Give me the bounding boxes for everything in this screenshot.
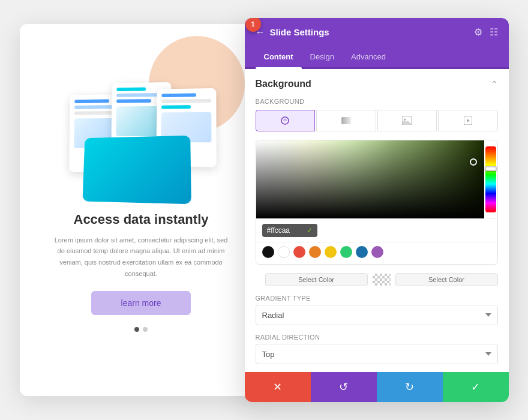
dot-1[interactable] — [134, 327, 139, 332]
svg-marker-5 — [467, 119, 470, 122]
bg-type-video[interactable] — [438, 110, 498, 131]
select-color-btn-2[interactable]: Select Color — [395, 273, 498, 286]
color-cursor[interactable] — [470, 158, 477, 166]
undo-button[interactable]: ↺ — [311, 372, 377, 402]
section-header: Background ⌃ — [256, 79, 498, 89]
bg-type-color[interactable] — [256, 110, 316, 131]
swatch-green[interactable] — [340, 246, 352, 258]
color-gradient[interactable] — [256, 140, 484, 218]
radial-direction-group: Radial Direction Top Center Bottom Left … — [256, 334, 498, 364]
cancel-button[interactable]: ✕ — [245, 372, 311, 402]
swatch-red[interactable] — [293, 246, 305, 258]
settings-panel: ← Slide Settings ⚙ ☷ Content Design Adva… — [245, 18, 509, 402]
color-picker-bottom: ✓ — [256, 218, 497, 242]
slide-body: Lorem ipsum dolor sit amet, consectetur … — [51, 235, 231, 280]
hue-thumb — [485, 166, 497, 171]
gradient-type-group: Gradient Type Radial Linear Conic — [256, 295, 498, 325]
tablet-base — [82, 135, 191, 203]
tab-advanced[interactable]: Advanced — [343, 46, 394, 67]
color-icon — [280, 116, 290, 125]
gradient-stop-row: 1 Select Color Select Color — [256, 273, 498, 286]
panel-title: Slide Settings — [270, 27, 329, 37]
grid-icon[interactable]: ☷ — [490, 26, 498, 38]
video-icon — [464, 116, 472, 125]
gradient-type-select[interactable]: Radial Linear Conic — [256, 305, 498, 325]
swatch-black[interactable] — [262, 246, 274, 258]
panel-body: Background ⌃ Background — [245, 69, 509, 372]
bg-type-gradient[interactable] — [316, 110, 376, 131]
svg-rect-1 — [341, 117, 351, 124]
checker-swatch — [373, 274, 391, 286]
panel-header: ← Slide Settings ⚙ ☷ — [245, 18, 509, 46]
illustration — [63, 82, 219, 202]
section-title: Background — [256, 79, 311, 89]
swatch-purple[interactable] — [371, 246, 383, 258]
bg-type-image[interactable] — [377, 110, 437, 131]
gradient-icon — [341, 117, 351, 124]
swatch-blue[interactable] — [356, 246, 368, 258]
panel-footer: ✕ ↺ ↻ ✓ — [245, 372, 509, 402]
tab-content[interactable]: Content — [256, 46, 302, 67]
hue-slider[interactable] — [485, 146, 496, 212]
radial-direction-select[interactable]: Top Center Bottom Left Right — [256, 344, 498, 364]
collapse-icon[interactable]: ⌃ — [491, 79, 498, 89]
redo-button[interactable]: ↻ — [377, 372, 443, 402]
header-right: ⚙ ☷ — [474, 26, 498, 38]
learn-more-button[interactable]: learn more — [91, 291, 191, 315]
radial-direction-label: Radial Direction — [256, 334, 498, 341]
gradient-type-label: Gradient Type — [256, 295, 498, 302]
tab-design[interactable]: Design — [302, 46, 343, 67]
swatch-orange[interactable] — [309, 246, 321, 258]
color-picker-area[interactable]: ✓ — [256, 140, 498, 265]
settings-icon[interactable]: ⚙ — [474, 26, 482, 38]
hex-confirm-icon[interactable]: ✓ — [307, 226, 313, 235]
swatch-yellow[interactable] — [325, 246, 337, 258]
slide-title: Access data instantly — [74, 212, 209, 227]
dot-2[interactable] — [143, 327, 148, 332]
background-field-label: Background — [256, 98, 498, 105]
select-color-btn-1[interactable]: Select Color — [265, 273, 368, 286]
black-overlay — [256, 140, 484, 218]
slide-preview: Access data instantly Lorem ipsum dolor … — [20, 24, 263, 396]
confirm-button[interactable]: ✓ — [443, 372, 509, 402]
header-left: ← Slide Settings — [256, 27, 329, 38]
slide-dots — [134, 327, 148, 332]
picker-inner — [256, 140, 497, 218]
image-icon — [402, 116, 412, 125]
color-swatches — [256, 242, 497, 264]
hex-input[interactable] — [267, 226, 303, 235]
panel-tabs: Content Design Advanced — [245, 46, 509, 69]
hex-input-wrap: ✓ — [262, 224, 317, 237]
hue-slider-wrap — [484, 140, 497, 218]
bg-type-row — [256, 110, 498, 131]
swatch-white[interactable] — [278, 246, 290, 258]
